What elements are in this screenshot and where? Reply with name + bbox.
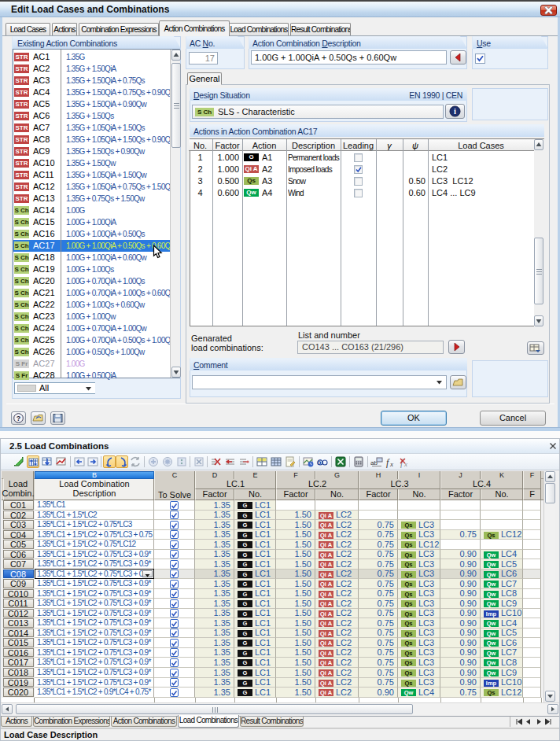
svg-text:x: x xyxy=(403,460,407,468)
svg-text:x: x xyxy=(389,460,393,468)
svg-text:i: i xyxy=(454,107,456,116)
svg-text:?: ? xyxy=(17,415,21,422)
